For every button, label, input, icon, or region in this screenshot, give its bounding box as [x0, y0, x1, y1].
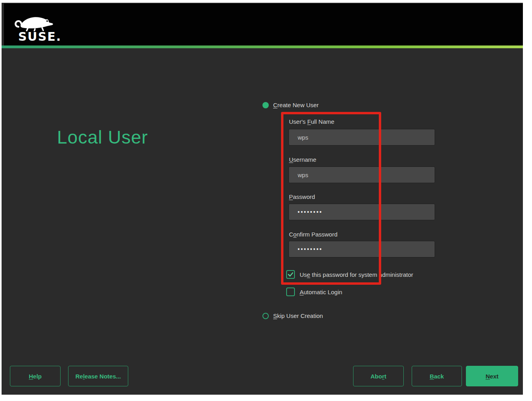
full-name-input[interactable]	[289, 129, 435, 146]
radio-create-new-user-label: Create New User	[273, 102, 319, 108]
checkbox-unchecked-icon	[286, 288, 295, 296]
confirm-password-label: Confirm Password	[289, 231, 338, 238]
back-button[interactable]: Back	[412, 366, 462, 386]
page-title: Local User	[57, 127, 148, 148]
checkbox-checked-icon	[286, 270, 295, 279]
radio-selected-icon	[262, 102, 269, 108]
suse-logo: SUSE.	[13, 13, 64, 44]
checkbox-use-password-for-admin[interactable]: Use this password for system administrat…	[286, 270, 413, 279]
radio-skip-user-creation[interactable]: Skip User Creation	[262, 312, 323, 319]
help-button[interactable]: Help	[10, 366, 61, 386]
confirm-password-input[interactable]	[289, 241, 435, 257]
radio-create-new-user[interactable]: Create New User	[262, 102, 319, 108]
header-accent-line	[2, 45, 523, 48]
next-button[interactable]: Next	[466, 366, 518, 386]
chameleon-icon	[13, 13, 59, 31]
checkbox-automatic-login-label: Automatic Login	[300, 289, 342, 295]
username-input[interactable]	[289, 166, 435, 183]
radio-unselected-icon	[262, 313, 269, 319]
full-name-label: User's Full Name	[289, 118, 334, 125]
password-label: Password	[289, 193, 315, 200]
checkbox-use-password-label: Use this password for system administrat…	[300, 271, 413, 278]
username-label: Username	[289, 156, 316, 163]
release-notes-button[interactable]: Release Notes...	[68, 366, 128, 386]
checkmark-icon	[287, 271, 294, 278]
suse-wordmark: SUSE.	[18, 30, 64, 44]
header-bar: SUSE.	[4, 4, 523, 45]
radio-skip-user-creation-label: Skip User Creation	[273, 312, 323, 319]
password-input[interactable]	[289, 204, 435, 220]
abort-button[interactable]: Abort	[353, 366, 404, 386]
installer-window: SUSE. Local User Create New User User's …	[2, 3, 523, 395]
checkbox-automatic-login[interactable]: Automatic Login	[286, 288, 342, 296]
